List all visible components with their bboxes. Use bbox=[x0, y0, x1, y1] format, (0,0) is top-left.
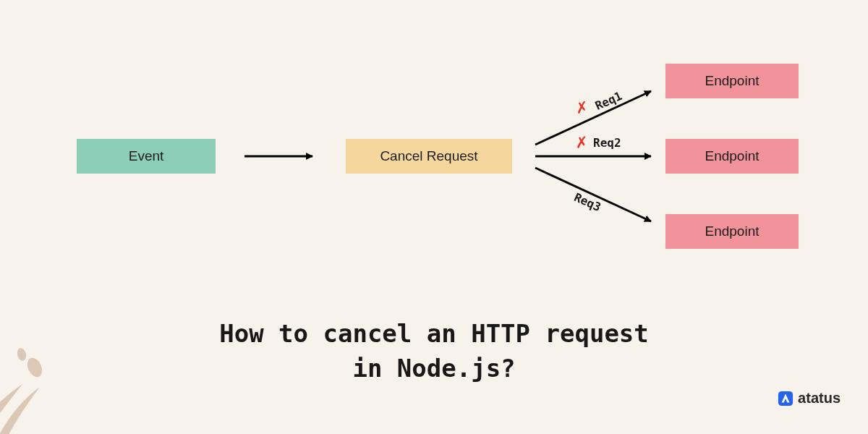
endpoint-box-1: Endpoint bbox=[665, 64, 799, 98]
svg-line-5 bbox=[535, 168, 651, 221]
atatus-icon bbox=[778, 391, 793, 407]
title-line-1: How to cancel an HTTP request bbox=[0, 317, 868, 352]
cancel-label: Cancel Request bbox=[380, 148, 477, 164]
event-box: Event bbox=[77, 139, 216, 174]
endpoint-box-2: Endpoint bbox=[665, 139, 799, 174]
req3-label: Req3 bbox=[572, 190, 603, 214]
event-label: Event bbox=[129, 148, 164, 164]
brand-text: atatus bbox=[798, 390, 841, 407]
title-line-2: in Node.js? bbox=[0, 352, 868, 386]
endpoint-label-1: Endpoint bbox=[705, 73, 759, 89]
cancel-x-icon-2: ✗ bbox=[575, 129, 588, 152]
cancel-x-icon-1: ✗ bbox=[574, 95, 590, 118]
endpoint-box-3: Endpoint bbox=[665, 214, 799, 249]
brand-logo: atatus bbox=[778, 390, 841, 407]
page-title: How to cancel an HTTP request in Node.js… bbox=[0, 317, 868, 386]
endpoint-label-3: Endpoint bbox=[705, 224, 759, 239]
endpoint-label-2: Endpoint bbox=[705, 148, 759, 164]
req2-label: Req2 bbox=[593, 136, 621, 150]
req1-label: Req1 bbox=[593, 89, 624, 113]
cancel-request-box: Cancel Request bbox=[346, 139, 512, 174]
